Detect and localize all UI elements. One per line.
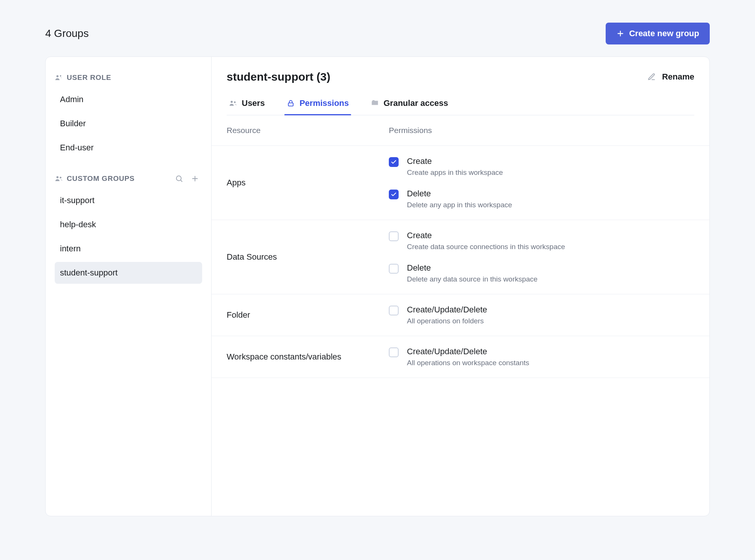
resource-name: Folder — [227, 305, 389, 325]
permission-row: FolderCreate/Update/DeleteAll operations… — [212, 294, 709, 336]
svg-point-4 — [57, 176, 59, 179]
permission-description: Delete any data source in this workspace — [407, 275, 537, 283]
sidebar-custom-item[interactable]: help-desk — [55, 214, 202, 236]
permission-item: Create/Update/DeleteAll operations on wo… — [389, 347, 694, 367]
permissions-icon — [287, 99, 295, 107]
permission-description: Create apps in this workspace — [407, 168, 503, 177]
custom-groups-icon — [55, 174, 63, 183]
svg-point-10 — [231, 101, 233, 103]
svg-rect-12 — [288, 103, 293, 106]
permission-description: Create data source connections in this w… — [407, 243, 565, 251]
add-group-icon[interactable] — [191, 174, 199, 183]
svg-point-11 — [234, 101, 236, 103]
permission-checkbox[interactable] — [389, 231, 399, 241]
custom-groups-section-label: CUSTOM GROUPS — [67, 174, 135, 183]
permission-label: Create — [407, 231, 565, 240]
svg-point-3 — [60, 75, 61, 77]
permission-description: All operations on workspace constants — [407, 359, 529, 367]
users-icon — [229, 99, 237, 107]
tab-granular-access[interactable]: Granular access — [368, 94, 450, 115]
sidebar-role-item[interactable]: Builder — [55, 113, 202, 135]
tab-label: Granular access — [384, 98, 448, 108]
user-role-icon — [55, 73, 63, 82]
permission-label: Create — [407, 156, 503, 166]
plus-icon — [616, 29, 625, 38]
rename-button[interactable]: Rename — [648, 72, 694, 82]
groups-count: 4 Groups — [45, 28, 89, 40]
sidebar-custom-item[interactable]: intern — [55, 238, 202, 260]
tab-label: Users — [242, 98, 265, 108]
sidebar-custom-item[interactable]: student-support — [55, 262, 202, 284]
search-icon[interactable] — [175, 174, 183, 183]
group-title: student-support (3) — [227, 70, 330, 83]
granular-access-icon — [371, 99, 379, 107]
permission-item: DeleteDelete any app in this workspace — [389, 189, 694, 209]
resource-name: Data Sources — [227, 231, 389, 283]
permission-item: CreateCreate data source connections in … — [389, 231, 694, 251]
permission-checkbox[interactable] — [389, 157, 399, 167]
tab-users[interactable]: Users — [227, 94, 267, 115]
permission-description: Delete any app in this workspace — [407, 201, 512, 209]
permission-checkbox[interactable] — [389, 264, 399, 274]
resource-name: Apps — [227, 156, 389, 209]
permission-label: Delete — [407, 189, 512, 199]
svg-point-6 — [176, 176, 181, 181]
user-role-section-label: USER ROLE — [67, 73, 111, 82]
svg-point-2 — [57, 75, 59, 78]
sidebar-custom-item[interactable]: it-support — [55, 190, 202, 211]
permission-checkbox[interactable] — [389, 347, 399, 357]
permission-label: Create/Update/Delete — [407, 305, 487, 315]
permission-label: Create/Update/Delete — [407, 347, 529, 357]
column-permissions: Permissions — [389, 126, 694, 135]
permission-row: AppsCreateCreate apps in this workspaceD… — [212, 146, 709, 220]
column-resource: Resource — [227, 126, 389, 135]
tab-permissions[interactable]: Permissions — [284, 94, 351, 115]
permission-label: Delete — [407, 263, 537, 273]
edit-icon — [648, 73, 656, 81]
rename-label: Rename — [662, 72, 694, 82]
tab-label: Permissions — [299, 98, 349, 108]
create-group-button[interactable]: Create new group — [606, 23, 710, 44]
permission-row: Data SourcesCreateCreate data source con… — [212, 220, 709, 294]
sidebar-role-item[interactable]: Admin — [55, 89, 202, 110]
create-group-label: Create new group — [629, 29, 699, 38]
svg-point-5 — [60, 177, 61, 179]
permission-row: Workspace constants/variablesCreate/Upda… — [212, 336, 709, 378]
permission-checkbox[interactable] — [389, 306, 399, 315]
permission-item: CreateCreate apps in this workspace — [389, 156, 694, 177]
permission-item: DeleteDelete any data source in this wor… — [389, 263, 694, 283]
resource-name: Workspace constants/variables — [227, 347, 389, 367]
permission-checkbox[interactable] — [389, 190, 399, 199]
svg-line-7 — [181, 180, 182, 182]
permission-description: All operations on folders — [407, 317, 487, 325]
permission-item: Create/Update/DeleteAll operations on fo… — [389, 305, 694, 325]
sidebar-role-item[interactable]: End-user — [55, 137, 202, 159]
